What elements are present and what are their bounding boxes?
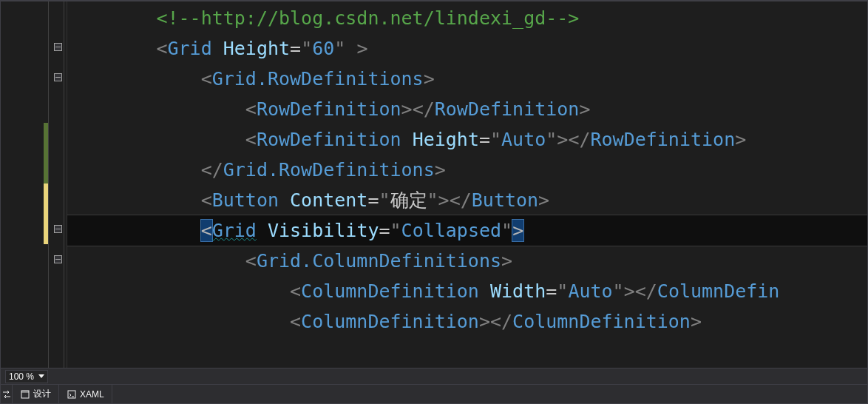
attr-value: 60: [312, 38, 334, 59]
design-icon: [20, 389, 30, 400]
tag-name: Grid: [212, 220, 257, 241]
change-marker: [44, 153, 48, 184]
gutter-row: [1, 92, 67, 123]
tab-xaml[interactable]: XAML: [59, 385, 112, 403]
gutter-row: [1, 244, 67, 275]
quote: ": [557, 280, 568, 302]
gutter-row: [1, 305, 67, 335]
tag-name: Button: [472, 189, 538, 211]
bracket: </: [490, 311, 512, 332]
equals: =: [290, 38, 301, 59]
xml-comment-text: http://blog.csdn.net/lindexi_gd: [201, 7, 546, 29]
tag-name: Grid.ColumnDefinitions: [257, 250, 501, 272]
gutter-row: [1, 1, 67, 32]
fold-toggle-icon[interactable]: [54, 255, 62, 263]
gutter-row: [1, 275, 67, 305]
tag-name: RowDefinition: [257, 129, 401, 150]
bracket: <: [245, 98, 257, 120]
tag-name: RowDefinition: [435, 98, 580, 120]
attr-value: Collapsed: [401, 220, 501, 241]
bracket: >: [557, 129, 568, 150]
indent: [67, 250, 245, 272]
tab-design[interactable]: 设计: [13, 385, 59, 403]
bracket: </: [201, 159, 223, 181]
change-marker: [44, 123, 48, 153]
gutter-row: [1, 214, 67, 244]
attr-name: Content: [290, 189, 367, 211]
zoom-combobox[interactable]: 100 %: [5, 370, 48, 383]
tag-name: ColumnDefinition: [301, 311, 479, 332]
gutter-row: [1, 123, 67, 153]
swap-icon: [2, 390, 11, 399]
code-line[interactable]: <RowDefinition></RowDefinition>: [67, 94, 867, 124]
quote: ": [334, 38, 345, 59]
zoom-bar: 100 %: [1, 368, 867, 384]
bracket: >: [345, 38, 367, 59]
change-marker: [44, 214, 48, 244]
gutter-row: [1, 184, 67, 214]
quote: ": [546, 129, 557, 150]
indent: [67, 159, 201, 181]
xaml-icon: [67, 389, 77, 400]
code-line[interactable]: <Grid Height="60" >: [67, 33, 867, 64]
tag-name: ColumnDefinition: [301, 280, 479, 302]
change-marker: [44, 184, 48, 214]
code-line[interactable]: </Grid.RowDefinitions>: [67, 155, 867, 185]
attr-value: Auto: [501, 129, 546, 150]
bracket: <: [156, 38, 167, 59]
bracket: <: [290, 311, 301, 332]
indent: [67, 7, 156, 29]
quote: ": [490, 129, 501, 150]
quote: ": [390, 220, 401, 241]
tag-name: Grid.RowDefinitions: [223, 159, 435, 181]
code-line[interactable]: <!--http://blog.csdn.net/lindexi_gd-->: [67, 3, 867, 33]
quote: ": [613, 280, 624, 302]
bracket: </: [450, 189, 472, 211]
code-line[interactable]: <ColumnDefinition Width="Auto"></ColumnD…: [67, 276, 867, 306]
space: [279, 189, 290, 211]
gutter-row: [1, 32, 67, 62]
bracket: >: [624, 280, 635, 302]
indent: [67, 129, 245, 150]
code-area[interactable]: <!--http://blog.csdn.net/lindexi_gd--> <…: [67, 1, 867, 368]
attr-name: Width: [490, 280, 546, 302]
code-line[interactable]: <Button Content="确定"></Button>: [67, 185, 867, 215]
bottom-tab-strip: 设计 XAML: [1, 384, 867, 403]
code-line[interactable]: <Grid.ColumnDefinitions>: [67, 246, 867, 276]
bracket: >: [691, 311, 702, 332]
equals: =: [379, 220, 390, 241]
attr-name: Height: [223, 38, 290, 59]
indent: [67, 311, 290, 332]
swap-panes-button[interactable]: [1, 385, 13, 403]
tag-name: ColumnDefin: [657, 280, 780, 302]
quote: ": [427, 189, 438, 211]
bracket: </: [635, 280, 657, 302]
fold-toggle-icon[interactable]: [54, 43, 62, 51]
bracket: >: [479, 311, 490, 332]
tag-name: RowDefinition: [591, 129, 736, 150]
indent: [67, 98, 245, 120]
bracket: <: [245, 129, 257, 150]
bracket: <: [201, 68, 212, 90]
indent: [67, 220, 201, 241]
code-line[interactable]: <Grid.RowDefinitions>: [67, 64, 867, 94]
bracket: <: [290, 280, 301, 302]
bracket: >: [735, 129, 746, 150]
indent: [67, 38, 156, 59]
bracket: >: [401, 98, 413, 120]
bracket: >: [424, 68, 435, 90]
attr-name: Visibility: [268, 220, 379, 241]
space: [479, 280, 490, 302]
gutter: [1, 1, 67, 368]
gutter-row: [1, 62, 67, 92]
xml-comment-close: -->: [546, 7, 579, 29]
code-line[interactable]: <RowDefinition Height="Auto"></RowDefini…: [67, 124, 867, 155]
gutter-row: [1, 153, 67, 184]
fold-toggle-icon[interactable]: [54, 73, 62, 81]
fold-toggle-icon[interactable]: [54, 225, 62, 233]
attr-value: 确定: [390, 188, 427, 212]
tag-name: Grid: [167, 38, 211, 59]
tag-name: ColumnDefinition: [512, 311, 691, 332]
code-line-current[interactable]: <Grid Visibility="Collapsed">: [67, 215, 867, 246]
code-line[interactable]: <ColumnDefinition></ColumnDefinition>: [67, 306, 867, 337]
